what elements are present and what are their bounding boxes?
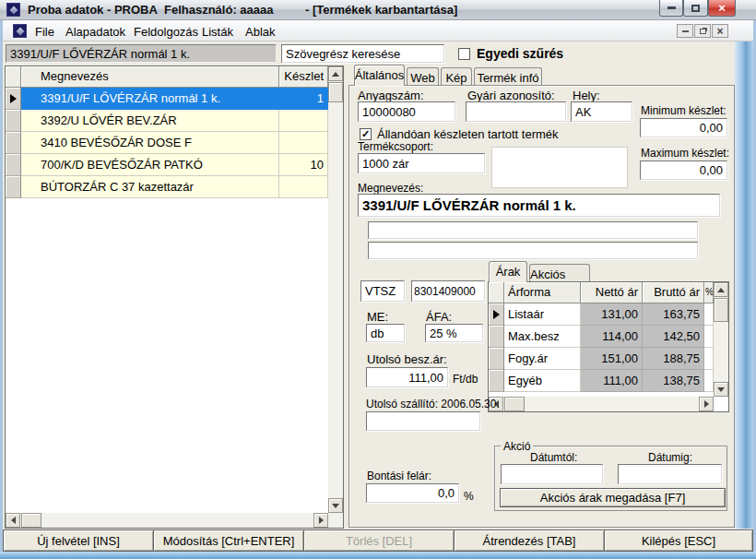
price-brutto-cell[interactable]: 142,50 — [643, 326, 704, 348]
product-name-cell[interactable]: BÚTORZÁR C 37 kazettazár — [21, 176, 279, 198]
vscroll-thumb[interactable] — [714, 298, 728, 322]
price-grid-brutto-header[interactable]: Bruttó ár — [643, 282, 704, 303]
row-indicator-cell — [489, 370, 504, 392]
vscroll-thumb[interactable] — [328, 82, 343, 102]
scroll-right-button[interactable] — [699, 397, 714, 411]
mdi-close-button[interactable]: × — [712, 24, 728, 38]
scroll-up-button[interactable] — [328, 66, 343, 81]
utolso-szallito-input[interactable] — [366, 411, 480, 431]
tab-web[interactable]: Web — [407, 67, 439, 86]
menu-listak[interactable]: Listák — [198, 24, 237, 40]
tab-altalanos[interactable]: Általános — [354, 65, 405, 86]
tab-arak[interactable]: Árak — [489, 261, 527, 282]
menu-feldolgozas[interactable]: Feldolgozás — [130, 24, 202, 40]
termekcsoport-input[interactable] — [358, 153, 485, 173]
kilepes-button[interactable]: Kilépés [ESC] — [604, 529, 753, 552]
price-grid-percent-header[interactable]: % — [704, 282, 714, 303]
torles-button[interactable]: Törlés [DEL] — [303, 529, 455, 552]
bontasi-input[interactable] — [366, 483, 459, 503]
price-netto-cell[interactable]: 151,00 — [581, 348, 643, 370]
price-percent-cell[interactable] — [704, 326, 714, 348]
search-input[interactable] — [281, 44, 444, 63]
price-percent-cell[interactable] — [704, 303, 714, 326]
scroll-left-button[interactable] — [6, 513, 20, 528]
scroll-down-button[interactable] — [328, 498, 343, 513]
maximize-icon — [691, 5, 700, 12]
vtsz-input[interactable] — [411, 280, 485, 302]
product-stock-cell[interactable]: 1 — [279, 88, 328, 110]
tab-akcios-arak[interactable]: Akciós árak — [529, 264, 590, 282]
extra-name-input-1[interactable] — [368, 221, 698, 239]
menu-alapadatok[interactable]: Alapadatok — [62, 24, 129, 40]
maximize-button[interactable] — [683, 0, 708, 17]
close-button[interactable]: × — [708, 0, 736, 17]
product-grid-vscrollbar[interactable] — [328, 66, 343, 513]
atrendezes-button[interactable]: Átrendezés [TAB] — [454, 529, 605, 552]
modositas-button[interactable]: Módosítás [Ctrl+ENTER] — [153, 529, 304, 552]
price-brutto-cell[interactable]: 163,75 — [643, 303, 704, 326]
scroll-right-button[interactable] — [313, 513, 328, 528]
max-keszlet-label: Maximum készlet: — [641, 147, 729, 160]
min-keszlet-input[interactable] — [640, 118, 727, 137]
price-grid-netto-header[interactable]: Nettó ár — [581, 282, 643, 303]
scroll-up-button[interactable] — [714, 282, 728, 297]
price-grid-type-header[interactable]: Árforma — [504, 282, 581, 303]
akcios-arak-button[interactable]: Akciós árak megadása [F7] — [500, 488, 726, 507]
anyagszam-input[interactable] — [358, 101, 455, 122]
utolso-szallito-label: Utolsó szállító: 2006.05.30. — [366, 398, 500, 410]
price-percent-cell[interactable] — [704, 348, 714, 370]
minimize-icon — [667, 6, 676, 9]
megnevezes-input[interactable] — [358, 194, 720, 217]
price-netto-cell[interactable]: 131,00 — [581, 303, 643, 326]
price-type-cell[interactable]: Max.besz — [504, 326, 581, 348]
me-input[interactable] — [366, 324, 405, 342]
product-name-cell[interactable]: 3392/U LŐVÉR BEV.ZÁR — [21, 110, 279, 132]
price-type-cell[interactable]: Fogy.ár — [504, 348, 581, 370]
always-stock-checkbox[interactable] — [360, 128, 372, 140]
minimize-button[interactable] — [659, 0, 683, 17]
product-name-cell[interactable]: 3391/U/F LŐVÉRZÁR normál 1 k. — [21, 88, 279, 110]
unique-filter-checkbox[interactable] — [458, 48, 470, 60]
menu-ablak[interactable]: Ablak — [242, 24, 279, 40]
window-document-title: - [Termékek karbantartása] — [305, 3, 457, 17]
tab-termek-info[interactable]: Termék infó — [474, 67, 542, 86]
product-grid-indicator-header — [6, 66, 21, 88]
price-grid-hscrollbar[interactable] — [489, 397, 714, 411]
tab-kep[interactable]: Kép — [441, 67, 472, 86]
scroll-down-button[interactable] — [714, 382, 728, 397]
uj-felvetel-button[interactable]: Új felvétel [INS] — [3, 529, 154, 552]
product-name-cell[interactable]: 3410 BEVÉSŐZÁR DOSE F — [21, 132, 279, 154]
afa-input[interactable] — [425, 324, 483, 342]
hely-input[interactable] — [571, 101, 632, 122]
menu-file[interactable]: File — [31, 24, 58, 40]
price-type-cell[interactable]: Listaár — [504, 303, 581, 326]
mdi-minimize-button[interactable] — [677, 24, 693, 38]
mdi-child-icon — [13, 24, 27, 38]
product-grid-stock-header[interactable]: Készlet — [279, 66, 328, 88]
price-brutto-cell[interactable]: 138,75 — [643, 370, 704, 392]
price-grid-vscrollbar[interactable] — [714, 282, 728, 397]
price-netto-cell[interactable]: 111,00 — [581, 370, 643, 392]
product-stock-cell[interactable] — [279, 132, 328, 154]
extra-name-input-2[interactable] — [368, 242, 698, 259]
price-percent-cell[interactable] — [704, 370, 714, 392]
scroll-up-icon — [332, 72, 339, 77]
product-grid-name-header[interactable]: Megnevezés — [21, 66, 279, 88]
product-stock-cell[interactable] — [279, 110, 328, 132]
datumig-input[interactable] — [618, 464, 722, 484]
product-stock-cell[interactable] — [279, 176, 328, 198]
scroll-right-icon — [704, 400, 709, 408]
mdi-restore-button[interactable] — [694, 24, 711, 38]
gyari-azonosito-input[interactable] — [466, 101, 566, 122]
hscroll-thumb[interactable] — [504, 397, 525, 411]
utolso-besz-input[interactable] — [366, 367, 448, 387]
datumtol-input[interactable] — [501, 464, 603, 484]
price-type-cell[interactable]: Egyéb — [504, 370, 581, 392]
product-grid-hscrollbar[interactable] — [6, 513, 343, 528]
price-brutto-cell[interactable]: 188,75 — [643, 348, 704, 370]
product-name-cell[interactable]: 700/K/D BEVÉSŐZÁR PATKÓ — [21, 154, 279, 176]
price-netto-cell[interactable]: 114,00 — [581, 326, 643, 348]
product-stock-cell[interactable]: 10 — [279, 154, 328, 176]
hscroll-thumb[interactable] — [21, 513, 41, 528]
max-keszlet-input[interactable] — [640, 161, 727, 180]
